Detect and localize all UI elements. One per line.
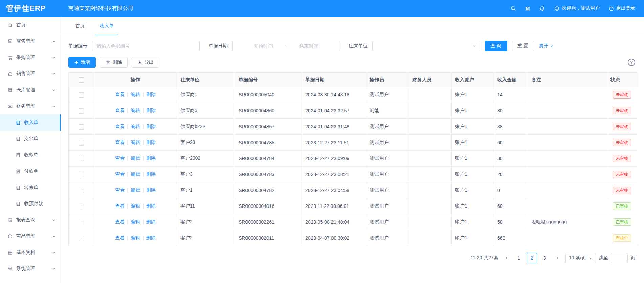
partner-select[interactable] (372, 41, 480, 51)
tab-income[interactable]: 收入单 (92, 17, 121, 35)
sidebar-item-basic[interactable]: 基本资料 (0, 244, 61, 261)
edit-link[interactable]: 编辑 (131, 235, 140, 240)
sidebar-item-goods[interactable]: 商品管理 (0, 228, 61, 244)
row-checkbox[interactable] (79, 92, 84, 98)
sidebar-item-finance[interactable]: 财务管理 (0, 98, 61, 114)
search-button[interactable]: 查 询 (485, 41, 507, 51)
page-button-2-current[interactable]: 2 (527, 253, 537, 263)
row-checkbox[interactable] (79, 140, 84, 146)
view-link[interactable]: 查看 (115, 171, 125, 177)
view-link[interactable]: 查看 (115, 235, 125, 240)
view-link[interactable]: 查看 (115, 219, 125, 224)
status-badge: 未审核 (613, 171, 631, 178)
cell-finance-person (409, 87, 452, 103)
sidebar-item-purchase[interactable]: 采购管理 (0, 49, 61, 66)
notification-bell-icon[interactable] (539, 6, 545, 12)
delete-link[interactable]: 删除 (146, 203, 156, 209)
delete-link[interactable]: 删除 (146, 171, 156, 177)
reset-button[interactable]: 重 置 (512, 41, 534, 51)
row-checkbox[interactable] (79, 220, 84, 225)
delete-link[interactable]: 删除 (146, 155, 156, 161)
col-bill-no: 单据编号 (235, 73, 302, 87)
edit-link[interactable]: 编辑 (131, 108, 140, 113)
sidebar-item-retail[interactable]: 零售管理 (0, 33, 61, 49)
edit-link[interactable]: 编辑 (131, 171, 140, 177)
select-all-checkbox[interactable] (79, 77, 84, 83)
edit-link[interactable]: 编辑 (131, 203, 140, 209)
bill-no-label: 单据编号: (68, 43, 89, 49)
delete-link[interactable]: 删除 (146, 219, 156, 224)
view-link[interactable]: 查看 (115, 187, 125, 193)
sidebar-item-transfer[interactable]: 转账单 (0, 179, 61, 196)
delete-link[interactable]: 删除 (146, 187, 156, 193)
delete-link[interactable]: 删除 (146, 108, 156, 113)
cell-remark (528, 103, 607, 119)
sidebar-label: 系统管理 (16, 266, 52, 272)
sidebar-item-sales[interactable]: 销售管理 (0, 66, 61, 82)
edit-link[interactable]: 编辑 (131, 139, 140, 145)
cell-bill-no: SR00000004782 (235, 182, 302, 198)
sidebar-item-warehouse[interactable]: 仓库管理 (0, 82, 61, 98)
bill-no-input[interactable] (92, 41, 200, 51)
date-range-picker[interactable]: ~ (232, 41, 340, 51)
sidebar-item-system[interactable]: 系统管理 (0, 261, 61, 277)
view-link[interactable]: 查看 (115, 139, 125, 145)
tab-home[interactable]: 首页 (68, 17, 92, 35)
sidebar-item-prepaid[interactable]: 收预付款 (0, 196, 61, 212)
user-welcome[interactable]: 欢迎您，测试用户 (554, 5, 600, 12)
home-site-icon[interactable] (525, 6, 531, 12)
delete-link[interactable]: 删除 (146, 92, 156, 97)
add-button[interactable]: 新增 (68, 57, 96, 68)
sidebar-item-expense[interactable]: 支出单 (0, 131, 61, 147)
row-checkbox[interactable] (79, 108, 84, 114)
row-checkbox[interactable] (79, 188, 84, 193)
col-finance-person: 财务人员 (409, 73, 452, 87)
edit-link[interactable]: 编辑 (131, 92, 140, 97)
export-button[interactable]: 导出 (132, 57, 159, 68)
date-end-input[interactable] (289, 41, 329, 51)
search-icon[interactable] (510, 6, 516, 12)
view-link[interactable]: 查看 (115, 92, 125, 97)
welcome-text: 欢迎您，测试用户 (562, 5, 600, 12)
sidebar-item-receipt[interactable]: 收款单 (0, 147, 61, 163)
edit-link[interactable]: 编辑 (131, 124, 140, 129)
delete-link[interactable]: 删除 (146, 235, 156, 240)
edit-link[interactable]: 编辑 (131, 155, 140, 161)
cell-account: 账户1 (452, 103, 494, 119)
view-link[interactable]: 查看 (115, 108, 125, 113)
page-button-1[interactable]: 1 (514, 253, 524, 263)
cell-date: 2023-05-08 21:48:04 (302, 214, 366, 230)
sidebar-label: 收入单 (24, 119, 55, 126)
row-checkbox[interactable] (79, 204, 84, 209)
jump-page-input[interactable] (611, 253, 628, 263)
sidebar-item-income[interactable]: 收入单 (0, 114, 61, 131)
delete-button[interactable]: 删除 (100, 57, 128, 68)
col-account: 收入账户 (452, 73, 494, 87)
delete-link[interactable]: 删除 (146, 124, 156, 129)
row-checkbox[interactable] (79, 156, 84, 161)
help-icon[interactable]: ? (628, 59, 635, 66)
sidebar-label: 零售管理 (16, 38, 52, 44)
view-link[interactable]: 查看 (115, 155, 125, 161)
cell-remark (528, 230, 607, 246)
logout-button[interactable]: 退出登录 (608, 5, 635, 12)
row-checkbox[interactable] (79, 124, 84, 130)
prev-page-button[interactable] (501, 253, 511, 263)
row-checkbox[interactable] (79, 172, 84, 177)
page-size-select[interactable]: 10 条/页 (565, 253, 596, 263)
view-link[interactable]: 查看 (115, 203, 125, 209)
date-start-input[interactable] (243, 41, 283, 51)
page-button-3[interactable]: 3 (540, 253, 550, 263)
expand-link[interactable]: 展开 (539, 43, 554, 49)
action-separator: | (127, 139, 128, 145)
sidebar-item-payment[interactable]: 付款单 (0, 163, 61, 179)
view-link[interactable]: 查看 (115, 124, 125, 129)
edit-link[interactable]: 编辑 (131, 187, 140, 193)
next-page-button[interactable] (553, 253, 563, 263)
sidebar-item-reports[interactable]: 报表查询 (0, 212, 61, 228)
row-checkbox[interactable] (79, 236, 84, 241)
sidebar-item-home[interactable]: 首页 (0, 17, 61, 33)
edit-link[interactable]: 编辑 (131, 219, 140, 224)
cell-actions: 查看|编辑|删除 (94, 119, 177, 135)
delete-link[interactable]: 删除 (146, 139, 156, 145)
